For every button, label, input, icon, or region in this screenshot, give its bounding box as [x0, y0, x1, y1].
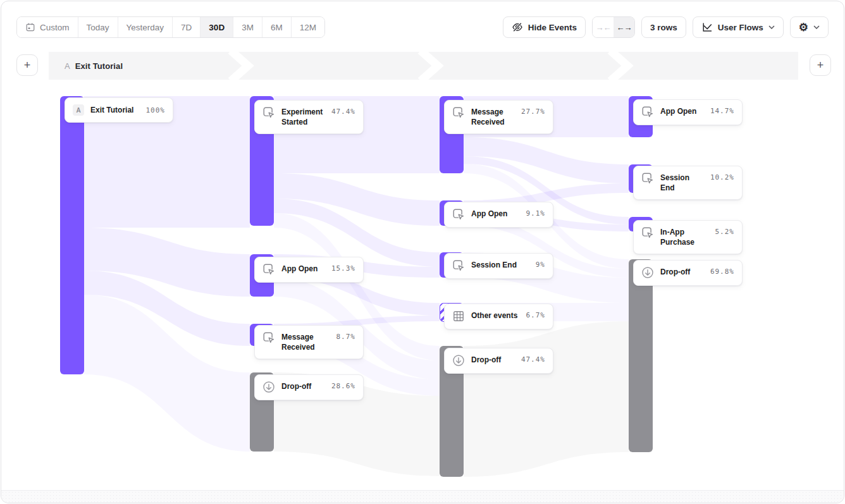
event-icon [262, 106, 275, 119]
node-card-other-events-3[interactable]: Other events 6.7% [444, 304, 553, 329]
node-card-app-open-4[interactable]: App Open 14.7% [633, 99, 743, 125]
dropoff-icon [262, 381, 275, 393]
event-icon [452, 106, 465, 119]
node-card-message-received-2[interactable]: Message Received 8.7% [254, 325, 364, 359]
step-letter-badge: A [73, 104, 84, 116]
event-icon [641, 172, 654, 185]
dropoff-icon [641, 266, 654, 279]
app-window: Custom Today Yesterday 7D 30D 3M 6M 12M … [1, 1, 844, 503]
flow-bar-dropoff-4[interactable] [629, 259, 653, 452]
node-card-dropoff-2[interactable]: Drop-off 28.6% [254, 374, 364, 400]
event-icon [262, 263, 275, 276]
event-icon [452, 259, 465, 272]
event-icon [452, 208, 465, 221]
node-card-experiment-started[interactable]: Experiment Started 47.4% [254, 100, 364, 134]
event-icon [641, 106, 654, 118]
node-card-session-end-4[interactable]: Session End 10.2% [633, 166, 743, 200]
node-card-message-received-3[interactable]: Message Received 27.7% [444, 100, 553, 134]
event-icon [262, 331, 275, 344]
node-card-in-app-purchase-4[interactable]: In-App Purchase 5.2% [633, 220, 743, 254]
node-card-dropoff-4[interactable]: Drop-off 69.8% [633, 260, 743, 286]
grid-icon [452, 310, 465, 323]
node-card-dropoff-3[interactable]: Drop-off 47.4% [444, 348, 553, 374]
event-icon [641, 226, 654, 239]
node-card-app-open-3[interactable]: App Open 9.1% [444, 202, 553, 228]
dropoff-icon [452, 354, 465, 367]
node-card-app-open-2[interactable]: App Open 15.3% [254, 257, 364, 283]
node-card-session-end-3[interactable]: Session End 9% [444, 253, 553, 279]
node-card-exit-tutorial[interactable]: A Exit Tutorial 100% [65, 97, 173, 123]
flow-bar-exit-tutorial[interactable] [60, 96, 84, 374]
bottom-footer-strip [1, 490, 844, 503]
